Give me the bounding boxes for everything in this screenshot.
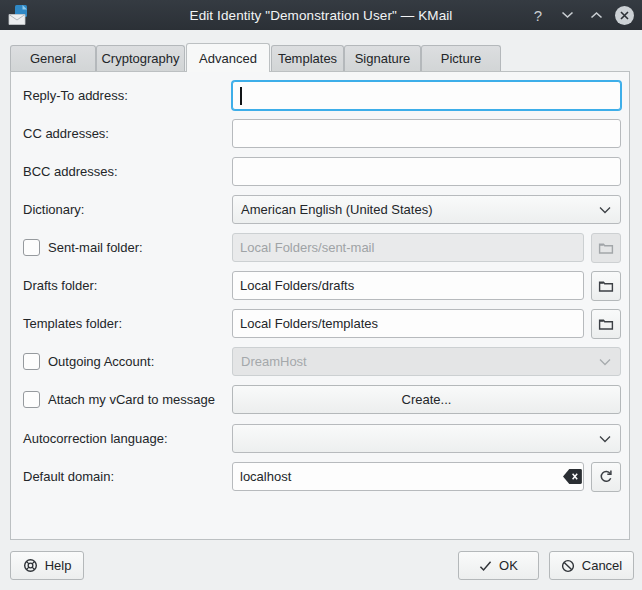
bcc-row: BCC addresses:	[11, 157, 629, 187]
reply-to-row: Reply-To address:	[11, 81, 629, 111]
text-caret	[240, 87, 242, 105]
ok-button[interactable]: OK	[458, 551, 539, 580]
edit-identity-dialog: Edit Identity "Demonstration User" — KMa…	[0, 0, 642, 590]
cc-input[interactable]	[232, 119, 621, 148]
minimize-icon[interactable]	[557, 5, 577, 25]
outgoing-account-checkbox[interactable]	[23, 353, 40, 370]
drafts-folder-input[interactable]	[232, 271, 584, 300]
outgoing-account-label: Outgoing Account:	[48, 347, 154, 376]
create-vcard-button[interactable]: Create...	[232, 385, 621, 414]
sent-mail-folder-input	[232, 233, 584, 262]
attach-vcard-checkbox[interactable]	[23, 391, 40, 408]
close-icon[interactable]	[615, 6, 634, 25]
help-buoy-icon	[23, 558, 38, 573]
drafts-label: Drafts folder:	[23, 271, 97, 300]
advanced-tab-panel: Reply-To address: CC addresses: BCC addr…	[10, 71, 630, 540]
autocorrection-label: Autocorrection language:	[23, 424, 168, 453]
folder-icon	[598, 278, 614, 294]
default-domain-input[interactable]	[232, 462, 584, 491]
tab-cryptography[interactable]: Cryptography	[96, 45, 185, 71]
chevron-down-icon	[599, 206, 611, 214]
titlebar: Edit Identity "Demonstration User" — KMa…	[0, 0, 642, 30]
maximize-icon[interactable]	[586, 5, 606, 25]
templates-label: Templates folder:	[23, 309, 122, 338]
templates-folder-picker-button[interactable]	[591, 309, 621, 339]
outgoing-account-value: DreamHost	[241, 354, 307, 369]
check-icon	[479, 560, 492, 572]
cc-label: CC addresses:	[23, 119, 109, 148]
sent-mail-label: Sent-mail folder:	[48, 233, 143, 262]
autocorrection-combobox[interactable]	[232, 424, 621, 453]
folder-icon	[598, 240, 614, 256]
default-domain-label: Default domain:	[23, 462, 114, 491]
dictionary-value: American English (United States)	[241, 202, 432, 217]
attach-vcard-label: Attach my vCard to message	[48, 385, 215, 414]
templates-row: Templates folder:	[11, 309, 629, 339]
tab-general[interactable]: General	[10, 45, 96, 71]
reply-to-label: Reply-To address:	[23, 81, 128, 110]
autocorrection-row: Autocorrection language:	[11, 424, 629, 454]
outgoing-account-row: Outgoing Account: DreamHost	[11, 347, 629, 377]
tab-signature[interactable]: Signature	[344, 45, 421, 71]
chevron-down-icon	[599, 358, 611, 366]
refresh-icon	[598, 469, 614, 485]
templates-folder-input[interactable]	[232, 309, 584, 338]
vcard-row: Attach my vCard to message Create...	[11, 385, 629, 415]
reset-default-domain-button[interactable]	[591, 462, 621, 492]
dictionary-label: Dictionary:	[23, 195, 84, 224]
drafts-folder-picker-button[interactable]	[591, 271, 621, 301]
tab-templates[interactable]: Templates	[271, 45, 344, 71]
sent-mail-row: Sent-mail folder:	[11, 233, 629, 263]
bcc-input[interactable]	[232, 157, 621, 186]
default-domain-row: Default domain:	[11, 462, 629, 492]
cancel-slash-icon	[561, 559, 575, 573]
bcc-label: BCC addresses:	[23, 157, 118, 186]
cc-row: CC addresses:	[11, 119, 629, 149]
drafts-row: Drafts folder:	[11, 271, 629, 301]
clear-text-icon[interactable]	[562, 468, 583, 485]
dictionary-row: Dictionary: American English (United Sta…	[11, 195, 629, 225]
help-button[interactable]: Help	[10, 551, 84, 580]
tab-picture[interactable]: Picture	[421, 45, 501, 71]
cancel-button[interactable]: Cancel	[549, 551, 634, 580]
sent-mail-checkbox[interactable]	[23, 239, 40, 256]
folder-icon	[598, 316, 614, 332]
reply-to-input[interactable]	[232, 81, 621, 110]
tab-advanced[interactable]: Advanced	[186, 43, 270, 72]
sent-mail-folder-picker-button	[591, 233, 621, 263]
chevron-down-icon	[599, 435, 611, 443]
titlebar-help-button[interactable]: ?	[528, 5, 548, 25]
dictionary-combobox[interactable]: American English (United States)	[232, 195, 621, 224]
outgoing-account-combobox: DreamHost	[232, 347, 621, 376]
